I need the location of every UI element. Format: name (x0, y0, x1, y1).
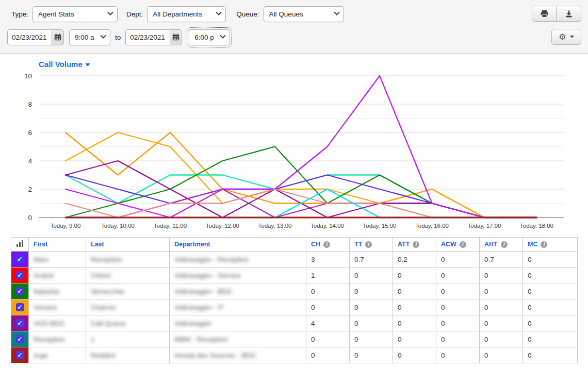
type-label: Type: (11, 10, 28, 18)
info-icon[interactable]: i (413, 241, 419, 248)
x-tick-label: Today, 15:00 (363, 223, 396, 229)
column-header-mc[interactable]: MCi (523, 238, 578, 252)
start-date-field (7, 29, 64, 45)
download-button[interactable] (557, 6, 581, 22)
row-checkbox[interactable]: ✓ (16, 319, 24, 327)
type-select[interactable]: Agent Stats (32, 6, 118, 22)
series-color-cell: ✓ (11, 331, 29, 347)
toolbar-row-daterange: 9:00 a to 6:00 p (0, 28, 588, 46)
cell-tt: 0 (350, 315, 393, 331)
table-row: ✓AndreiChiriulVolkswagen - Service100000 (11, 267, 578, 283)
queue-label: Queue: (236, 10, 259, 18)
cell-first: Andrei (29, 267, 86, 283)
start-date-calendar-button[interactable] (52, 29, 64, 45)
cell-acw: 0 (436, 283, 480, 299)
info-icon[interactable]: i (501, 241, 508, 248)
x-tick-label: Today, 10:00 (101, 223, 135, 229)
column-header-tt[interactable]: TTi (350, 238, 393, 252)
chevron-down-icon (85, 63, 90, 66)
cell-first: Reception (29, 331, 86, 347)
start-time-select[interactable]: 9:00 a (69, 29, 110, 45)
info-icon[interactable]: i (365, 241, 372, 248)
column-header-first[interactable]: First (29, 238, 86, 252)
start-date-input[interactable] (7, 29, 52, 45)
column-header-acw[interactable]: ACWi (436, 238, 480, 252)
cell-mc: 0 (523, 315, 578, 331)
row-checkbox[interactable]: ✓ (16, 351, 24, 359)
cell-department: Volkswagen (170, 315, 306, 331)
call-volume-line-chart: 0246810Today, 9:00Today, 10:00Today, 11:… (0, 54, 588, 237)
cell-department: Honda des Sources - BDC (170, 347, 306, 363)
gear-icon: ⚙ (559, 33, 566, 41)
cell-att: 0 (393, 267, 436, 283)
table-row: ✓VincentCharronVolkswagen - IT000000 (11, 299, 578, 315)
cell-mc: 0 (523, 331, 578, 347)
cell-mc: 0 (523, 283, 578, 299)
end-time-select[interactable]: 6:00 p (189, 29, 230, 45)
cell-acw: 0 (436, 252, 480, 267)
chart-section: Call Volume 0246810Today, 9:00Today, 10:… (0, 54, 588, 237)
cell-mc: 0 (523, 252, 578, 267)
row-checkbox[interactable]: ✓ (16, 271, 24, 279)
dept-select[interactable]: All Departments (147, 6, 226, 22)
row-checkbox[interactable]: ✓ (16, 335, 24, 343)
row-checkbox[interactable]: ✓ (16, 255, 24, 263)
settings-button[interactable]: ⚙ (551, 29, 581, 45)
start-time-value: 9:00 a (75, 34, 94, 41)
table-row: ✓MarcReceptionVolkswagen - Reception30.7… (11, 252, 578, 267)
cell-department: Volkswagen - Reception (170, 252, 306, 267)
x-tick-label: Today, 13:00 (258, 223, 291, 229)
end-date-input[interactable] (125, 29, 170, 45)
cell-att: 0.2 (393, 252, 436, 267)
dept-select-value: All Departments (153, 10, 202, 18)
row-checkbox[interactable]: ✓ (16, 287, 24, 295)
cell-first: Marc (29, 252, 86, 267)
cell-acw: 0 (436, 347, 480, 363)
column-header-att[interactable]: ATTi (393, 238, 436, 252)
info-icon[interactable]: i (541, 241, 547, 248)
series-color-cell: ✓ (11, 283, 29, 299)
cell-ch: 0 (306, 299, 350, 315)
cell-last: Charron (86, 299, 170, 315)
cell-ch: 4 (306, 315, 350, 331)
cell-first: Auja (29, 347, 86, 363)
chart-column-header (11, 238, 29, 252)
column-header-ch[interactable]: CHi (306, 238, 350, 252)
cell-aht: 0 (480, 315, 523, 331)
cell-department: Volkswagen - IT (170, 299, 306, 315)
info-icon[interactable]: i (323, 241, 330, 248)
to-label: to (115, 34, 121, 41)
y-tick-label: 6 (28, 129, 32, 137)
chart-metric-dropdown[interactable]: Call Volume (39, 60, 90, 69)
cell-att: 0 (393, 347, 436, 363)
cell-acw: 0 (436, 267, 480, 283)
chevron-down-icon (570, 36, 574, 38)
column-header-last[interactable]: Last (86, 238, 170, 252)
table-row: ✓AujaReddickHonda des Sources - BDC00000… (11, 347, 578, 363)
cell-first: Vincent (29, 299, 86, 315)
info-icon[interactable]: i (460, 241, 466, 248)
cell-department: Volkswagen - Service (170, 267, 306, 283)
series-color-cell: ✓ (11, 315, 29, 331)
type-select-value: Agent Stats (38, 10, 74, 18)
chart-title-text: Call Volume (39, 60, 83, 69)
bar-chart-icon (17, 240, 23, 247)
cell-tt: 0 (350, 347, 393, 363)
queue-select[interactable]: All Queues (264, 6, 344, 22)
cell-last: Chiriul (86, 267, 170, 283)
agent-stats-table: First Last Department CHi TTi ATTi ACWi … (11, 237, 578, 363)
column-header-department[interactable]: Department (170, 238, 306, 252)
cell-last: 1 (86, 331, 170, 347)
end-date-calendar-button[interactable] (170, 29, 182, 45)
y-tick-label: 0 (28, 214, 32, 222)
download-icon (565, 10, 573, 18)
x-tick-label: Today, 12:00 (206, 223, 239, 229)
cell-tt: 0 (350, 283, 393, 299)
table-row: ✓Reception1MBM - Reception000000 (11, 331, 578, 347)
print-button[interactable] (532, 6, 557, 22)
row-checkbox[interactable]: ✓ (16, 303, 24, 311)
cell-mc: 0 (523, 299, 578, 315)
cell-att: 0 (393, 331, 436, 347)
column-header-aht[interactable]: AHTi (480, 238, 523, 252)
x-tick-label: Today, 16:00 (415, 223, 449, 229)
